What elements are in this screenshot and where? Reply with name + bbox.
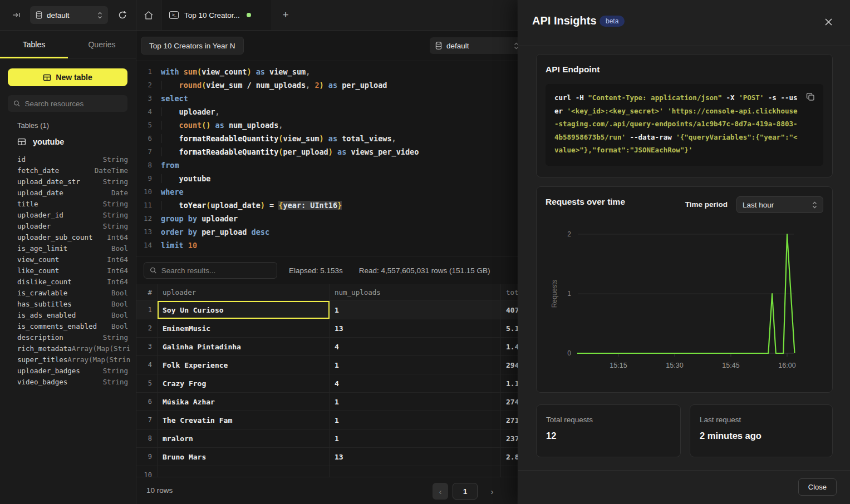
- code-text: group by uploader: [161, 212, 238, 225]
- column-row[interactable]: is_age_limitBool: [0, 243, 136, 254]
- column-row[interactable]: is_crawlableBool: [0, 287, 136, 298]
- num-uploads-cell[interactable]: 1: [330, 301, 501, 319]
- uploader-cell[interactable]: EminemMusic: [158, 319, 330, 337]
- column-row[interactable]: idString: [0, 154, 136, 165]
- time-period-label: Time period: [685, 200, 728, 209]
- column-row[interactable]: upload_date_strString: [0, 176, 136, 187]
- tab-top-10-creators[interactable]: >_ Top 10 Creator...: [161, 0, 272, 30]
- column-row[interactable]: uploader_sub_countInt64: [0, 231, 136, 243]
- column-type: Int64: [107, 255, 128, 264]
- code-text: select: [161, 92, 188, 105]
- sidebar-search[interactable]: [8, 95, 127, 112]
- column-row[interactable]: is_comments_enabledBool: [0, 320, 136, 332]
- database-icon: [435, 42, 442, 50]
- column-name: super_titles: [17, 355, 67, 364]
- beta-badge: beta: [600, 16, 625, 27]
- column-row[interactable]: like_countInt64: [0, 265, 136, 276]
- uploader-cell[interactable]: Folk Experience: [158, 356, 330, 374]
- column-row[interactable]: is_ads_enabledBool: [0, 309, 136, 320]
- column-row[interactable]: uploader_badgesString: [0, 365, 136, 376]
- table-item-youtube[interactable]: youtube: [12, 134, 130, 150]
- column-row[interactable]: uploaderString: [0, 220, 136, 231]
- column-type: Bool: [111, 289, 128, 297]
- uploader-cell[interactable]: Bruno Mars: [158, 448, 330, 466]
- svg-text:15:45: 15:45: [722, 362, 739, 369]
- column-row[interactable]: super_titlesArray(Map(Strin: [0, 354, 136, 365]
- new-table-button[interactable]: New table: [8, 68, 127, 86]
- query-title-chip[interactable]: Top 10 Creators in Year N: [141, 37, 244, 55]
- uploader-cell[interactable]: The Crevatin Fam: [158, 411, 330, 429]
- results-search[interactable]: [144, 262, 277, 279]
- uploader-cell[interactable]: [158, 466, 330, 477]
- search-results-input[interactable]: [161, 266, 271, 275]
- num-uploads-cell[interactable]: 4: [330, 338, 501, 355]
- column-header[interactable]: uploader: [158, 284, 330, 300]
- prev-page-button[interactable]: ‹: [433, 483, 448, 500]
- tab-tables[interactable]: Tables: [0, 31, 68, 58]
- num-uploads-cell[interactable]: 1: [330, 429, 501, 447]
- unsaved-dot-icon: [247, 13, 251, 17]
- close-button[interactable]: Close: [798, 478, 837, 496]
- num-uploads-cell[interactable]: 13: [330, 319, 501, 337]
- line-number: 11: [136, 199, 152, 212]
- num-uploads-cell[interactable]: 1: [330, 411, 501, 429]
- tab-queries[interactable]: Queries: [68, 31, 136, 58]
- query-database-selector[interactable]: default: [430, 37, 524, 54]
- column-row[interactable]: uploader_idString: [0, 209, 136, 220]
- num-uploads-cell[interactable]: 13: [330, 448, 501, 466]
- home-button[interactable]: [136, 0, 161, 30]
- column-name: uploader_badges: [17, 367, 103, 375]
- svg-text:16:00: 16:00: [778, 362, 795, 369]
- row-number-cell: 9: [136, 448, 158, 466]
- num-uploads-cell[interactable]: 4: [330, 374, 501, 392]
- column-row[interactable]: rich_metadataArray(Map(Stri: [0, 343, 136, 354]
- column-type: Array(Map(Strin: [67, 355, 130, 364]
- database-icon: [36, 11, 42, 19]
- time-period-select[interactable]: Last hour: [736, 196, 823, 213]
- refresh-icon: [118, 11, 127, 19]
- column-row[interactable]: titleString: [0, 198, 136, 209]
- column-row[interactable]: view_countInt64: [0, 254, 136, 265]
- column-name: description: [17, 333, 103, 342]
- column-row[interactable]: has_subtitlesBool: [0, 298, 136, 309]
- line-number: 7: [136, 145, 152, 159]
- panel-close-button[interactable]: [820, 13, 837, 30]
- search-resources-input[interactable]: [25, 100, 122, 108]
- page-number[interactable]: 1: [453, 483, 478, 500]
- copy-button[interactable]: [804, 91, 817, 103]
- tab-label: Top 10 Creator...: [184, 11, 240, 19]
- uploader-cell[interactable]: Galinha Pintadinha: [158, 338, 330, 355]
- column-row[interactable]: video_badgesString: [0, 376, 136, 387]
- row-number-cell: 2: [136, 319, 158, 337]
- num-uploads-cell[interactable]: 1: [330, 356, 501, 374]
- uploader-cell[interactable]: Músika Azhar: [158, 393, 330, 411]
- column-header[interactable]: #: [136, 284, 158, 300]
- sidebar-tabs: Tables Queries: [0, 31, 136, 58]
- column-name: fetch_date: [17, 166, 95, 175]
- line-number: 6: [136, 132, 152, 145]
- refresh-button[interactable]: [114, 6, 131, 24]
- chevron-updown-icon: [97, 12, 102, 19]
- column-row[interactable]: upload_dateDate: [0, 187, 136, 198]
- sidebar-collapse-button[interactable]: [8, 6, 26, 24]
- search-icon: [13, 100, 21, 107]
- column-row[interactable]: fetch_dateDateTime: [0, 165, 136, 176]
- requests-over-time-card: Requests over time Time period Last hour…: [536, 186, 833, 393]
- line-number: 3: [136, 92, 152, 105]
- num-uploads-cell[interactable]: 1: [330, 393, 501, 411]
- line-number: 13: [136, 225, 152, 239]
- uploader-cell[interactable]: Soy Un Curioso: [158, 301, 330, 319]
- column-name: id: [17, 155, 103, 164]
- next-page-button[interactable]: ›: [484, 483, 500, 500]
- database-selector[interactable]: default: [30, 6, 108, 24]
- table-icon: [17, 137, 26, 146]
- num-uploads-cell[interactable]: [330, 466, 501, 477]
- column-row[interactable]: dislike_countInt64: [0, 276, 136, 287]
- column-type: Array(Map(Stri: [72, 344, 130, 353]
- code-text: toYear(upload_date) = {year: UInt16}: [161, 199, 342, 212]
- column-header[interactable]: num_uploads: [330, 284, 501, 300]
- new-tab-button[interactable]: +: [272, 0, 299, 30]
- column-row[interactable]: descriptionString: [0, 332, 136, 343]
- uploader-cell[interactable]: Crazy Frog: [158, 374, 330, 392]
- uploader-cell[interactable]: mralorn: [158, 429, 330, 447]
